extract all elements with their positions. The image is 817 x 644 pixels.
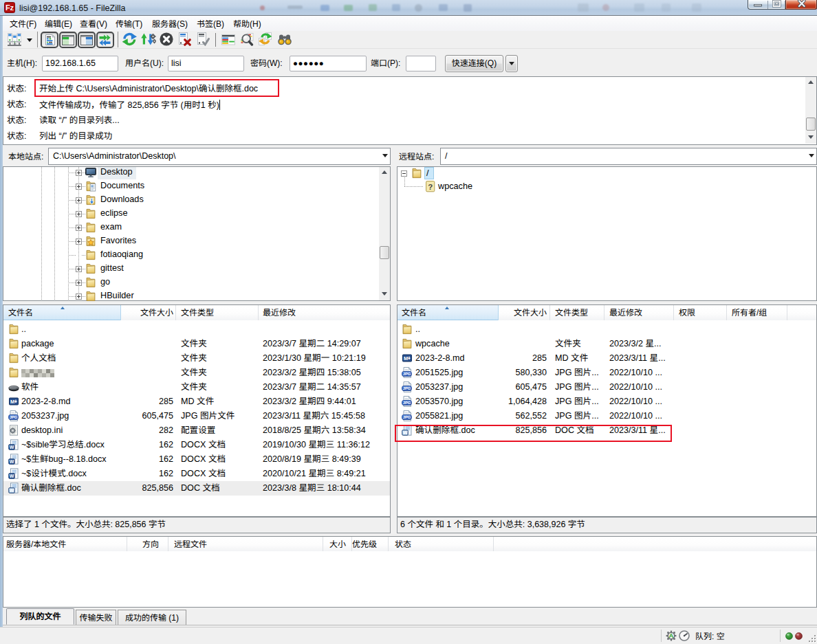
- svg-text:M: M: [10, 399, 14, 405]
- svg-text:?: ?: [428, 183, 433, 191]
- svg-text:W: W: [10, 488, 14, 493]
- svg-text:W: W: [10, 459, 14, 464]
- svg-text:JPG: JPG: [10, 415, 18, 419]
- svg-text:A: A: [669, 632, 674, 639]
- svg-text:W: W: [10, 474, 14, 478]
- svg-text:Fz: Fz: [6, 3, 14, 12]
- svg-text:W: W: [10, 445, 14, 449]
